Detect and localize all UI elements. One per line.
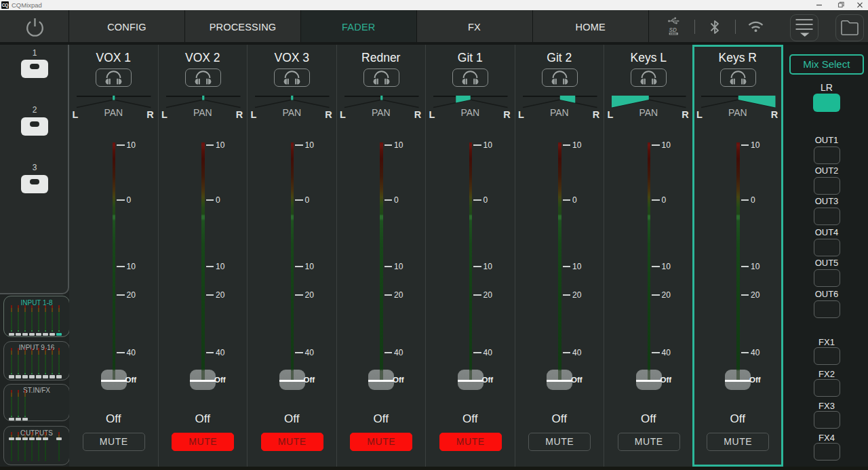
svg-text:SD: SD — [669, 27, 677, 33]
